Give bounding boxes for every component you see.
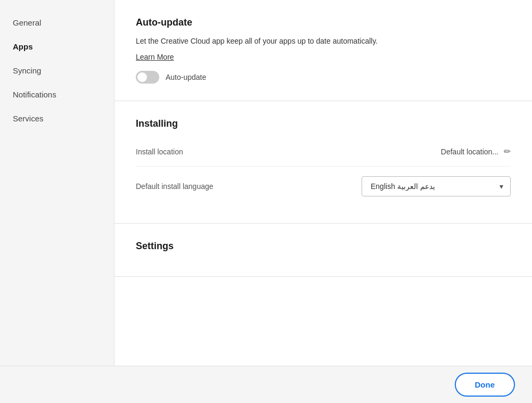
sidebar: GeneralAppsSyncingNotificationsServices bbox=[0, 0, 114, 366]
language-select-wrapper: English يدعم العربيةEnglishFrenchGermanS… bbox=[362, 176, 511, 196]
done-button[interactable]: Done bbox=[455, 373, 515, 397]
sidebar-item-apps[interactable]: Apps bbox=[0, 35, 114, 59]
install-location-value-group: Default location... ✏ bbox=[441, 146, 511, 157]
install-location-value: Default location... bbox=[441, 147, 498, 156]
sidebar-item-notifications[interactable]: Notifications bbox=[0, 83, 114, 106]
main-content: Auto-update Let the Creative Cloud app k… bbox=[114, 0, 532, 366]
install-location-label: Install location bbox=[136, 147, 183, 156]
autoupdate-description: Let the Creative Cloud app keep all of y… bbox=[136, 36, 511, 47]
install-location-row: Install location Default location... ✏ bbox=[136, 137, 511, 167]
toggle-slider bbox=[136, 71, 159, 84]
sidebar-item-general[interactable]: General bbox=[0, 11, 114, 35]
autoupdate-toggle[interactable] bbox=[136, 71, 159, 84]
autoupdate-section: Auto-update Let the Creative Cloud app k… bbox=[114, 0, 532, 101]
autoupdate-toggle-label: Auto-update bbox=[166, 73, 206, 81]
installing-title: Installing bbox=[136, 118, 511, 129]
settings-section: Settings bbox=[114, 224, 532, 277]
learn-more-link[interactable]: Learn More bbox=[136, 53, 174, 61]
sidebar-item-services[interactable]: Services bbox=[0, 106, 114, 130]
sidebar-item-syncing[interactable]: Syncing bbox=[0, 59, 114, 83]
installing-section: Installing Install location Default loca… bbox=[114, 101, 532, 224]
language-select[interactable]: English يدعم العربيةEnglishFrenchGermanS… bbox=[362, 176, 511, 196]
default-language-label: Default install language bbox=[136, 182, 214, 191]
edit-icon[interactable]: ✏ bbox=[504, 146, 511, 157]
autoupdate-toggle-row: Auto-update bbox=[136, 71, 511, 84]
default-language-row: Default install language English يدعم ال… bbox=[136, 167, 511, 206]
autoupdate-title: Auto-update bbox=[136, 17, 511, 28]
bottom-bar: Done bbox=[0, 366, 532, 403]
settings-title: Settings bbox=[136, 241, 511, 252]
